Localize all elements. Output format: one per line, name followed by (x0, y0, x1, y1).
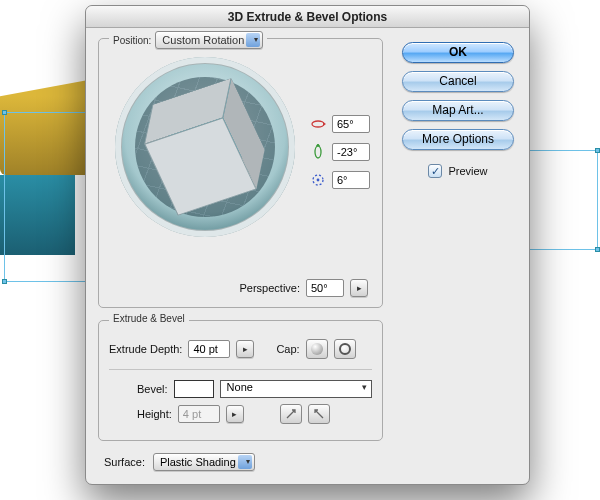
bevel-value: None (227, 381, 253, 393)
dialog-3d-extrude-bevel: 3D Extrude & Bevel Options Position: Cus… (85, 5, 530, 485)
rotation-trackball[interactable] (115, 57, 295, 237)
bevel-extent-out-button[interactable] (308, 404, 330, 424)
cap-off-button[interactable] (334, 339, 356, 359)
ok-button[interactable]: OK (402, 42, 514, 63)
surface-select[interactable]: Plastic Shading (153, 453, 255, 471)
rotate-z-icon (310, 172, 326, 188)
position-group: Position: Custom Rotation (98, 38, 383, 308)
extrude-depth-label: Extrude Depth: (109, 343, 182, 355)
dialog-title: 3D Extrude & Bevel Options (86, 6, 529, 28)
selection-bounds-left (4, 112, 92, 282)
selection-bounds-right (523, 150, 598, 250)
svg-marker-3 (316, 144, 320, 146)
rotation-preset-select[interactable]: Custom Rotation (155, 31, 263, 49)
bevel-height-label: Height: (137, 408, 172, 420)
perspective-stepper[interactable]: ▸ (350, 279, 368, 297)
bevel-extent-in-button[interactable] (280, 404, 302, 424)
surface-value: Plastic Shading (160, 456, 236, 468)
perspective-label: Perspective: (239, 282, 300, 294)
angle-y-input[interactable] (332, 143, 370, 161)
preview-checkbox[interactable]: ✓ (428, 164, 442, 178)
bevel-select[interactable]: None (220, 380, 372, 398)
extrude-depth-stepper[interactable]: ▸ (236, 340, 254, 358)
more-options-button[interactable]: More Options (402, 129, 514, 150)
bevel-height-input[interactable] (178, 405, 220, 423)
rotation-preset-value: Custom Rotation (162, 34, 244, 46)
rotate-y-icon (310, 144, 326, 160)
cap-on-button[interactable] (306, 339, 328, 359)
extrude-bevel-group: Extrude & Bevel Extrude Depth: ▸ Cap: Be… (98, 320, 383, 441)
svg-point-0 (312, 121, 324, 127)
preview-label: Preview (448, 165, 487, 177)
bevel-height-stepper[interactable]: ▸ (226, 405, 244, 423)
angle-x-input[interactable] (332, 115, 370, 133)
svg-point-5 (317, 179, 320, 182)
extrude-bevel-legend: Extrude & Bevel (113, 313, 185, 324)
surface-label: Surface: (104, 456, 145, 468)
angle-z-input[interactable] (332, 171, 370, 189)
position-label: Position: (113, 35, 151, 46)
svg-point-2 (315, 146, 321, 158)
svg-marker-1 (323, 122, 326, 126)
map-art-button[interactable]: Map Art... (402, 100, 514, 121)
bevel-preview-icon (174, 380, 214, 398)
rotate-x-icon (310, 116, 326, 132)
perspective-input[interactable] (306, 279, 344, 297)
extrude-depth-input[interactable] (188, 340, 230, 358)
cap-label: Cap: (276, 343, 299, 355)
bevel-label: Bevel: (137, 383, 168, 395)
cancel-button[interactable]: Cancel (402, 71, 514, 92)
